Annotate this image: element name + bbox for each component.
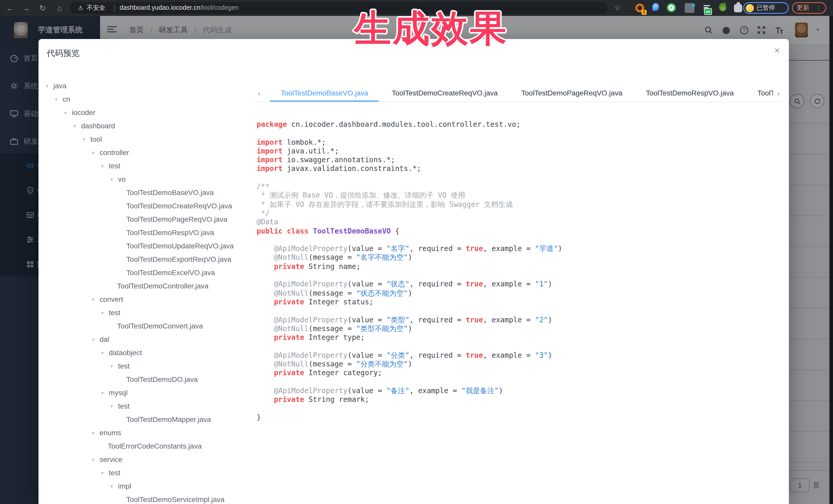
tree-node-folder[interactable]: ▾enums (46, 426, 253, 439)
tree-node-folder[interactable]: ▾test (46, 359, 253, 373)
tree-node-folder[interactable]: ▾java (46, 79, 253, 92)
code-line (257, 404, 562, 413)
extensions-puzzle-icon[interactable] (734, 4, 742, 12)
code-line: @NotNull(message = "分类不能为空") (257, 360, 562, 369)
insecure-label[interactable]: 不安全 (87, 2, 105, 14)
tree-node-file[interactable]: ToolTestDemoRespVO.java (46, 226, 253, 239)
code-line: private Integer status; (257, 298, 562, 307)
extension-orange-icon[interactable]: 1 (636, 4, 644, 12)
caret-down-icon[interactable]: ▾ (110, 483, 118, 489)
caret-down-icon[interactable]: ▾ (110, 176, 118, 182)
tree-node-folder[interactable]: ▾test (46, 306, 253, 319)
extension-green-icon[interactable]: ✓ (667, 3, 676, 12)
caret-down-icon[interactable]: ▾ (92, 150, 100, 155)
tree-node-label: test (109, 469, 120, 477)
close-icon[interactable]: × (771, 45, 783, 56)
diamond-icon: ◆ (692, 2, 695, 8)
extension-pin-icon[interactable] (652, 3, 659, 11)
code-viewer: package cn.iocoder.dashboard.modules.too… (257, 120, 562, 422)
caret-down-icon[interactable]: ▾ (92, 336, 100, 342)
tree-node-folder[interactable]: ▾service (46, 453, 253, 466)
tree-node-folder[interactable]: ▾convert (46, 292, 253, 306)
update-button[interactable]: 更新 ⋮ (792, 2, 826, 14)
tabs-next-icon[interactable]: › (774, 84, 783, 102)
forward-icon[interactable]: → (21, 0, 32, 16)
tree-node-folder[interactable]: ▾tool (46, 133, 253, 146)
tree-node-label: dal (100, 335, 109, 343)
tree-node-label: ToolTestDemoPageReqVO.java (126, 215, 228, 223)
tree-node-file[interactable]: ToolErrorCodeConstants.java (46, 439, 253, 453)
tree-node-file[interactable]: ToolTestDemoExportReqVO.java (46, 253, 253, 266)
caret-down-icon[interactable]: ▾ (82, 136, 90, 142)
tree-node-folder[interactable]: ▾dal (46, 333, 253, 346)
extension-plant-icon[interactable] (718, 3, 727, 12)
code-line: private String name; (257, 262, 562, 271)
address-bar[interactable]: ⚠ 不安全 dashboard.yudao.iocoder.cn/tool/co… (70, 2, 608, 14)
bookmark-star-icon[interactable]: ☆ (614, 0, 621, 16)
caret-down-icon[interactable]: ▾ (64, 110, 72, 115)
tree-node-file[interactable]: ToolTestDemoMapper.java (46, 413, 253, 426)
caret-down-icon[interactable]: ▾ (101, 310, 109, 315)
tree-node-file[interactable]: ToolTestDemoServiceImpl.java (46, 493, 253, 504)
tab-file-1[interactable]: ToolTestDemoCreateReqVO.java (380, 84, 509, 102)
tab-file-4[interactable]: ToolTe (745, 84, 773, 102)
home-icon[interactable]: ⌂ (54, 0, 65, 16)
tree-node-file[interactable]: ToolTestDemoUpdateReqVO.java (46, 239, 253, 253)
caret-down-icon[interactable]: ▾ (92, 430, 100, 435)
tree-node-folder[interactable]: ▾mysql (46, 386, 253, 399)
extension-list-icon[interactable]: on (702, 3, 712, 13)
tree-node-folder[interactable]: ▾dashboard (46, 119, 253, 133)
address-divider (114, 5, 115, 11)
url-path: /tool/codegen (200, 4, 239, 11)
tree-node-folder[interactable]: ▾impl (46, 479, 253, 493)
caret-down-icon[interactable]: ▾ (46, 83, 53, 89)
tree-node-file[interactable]: ToolTestDemoExcelVO.java (46, 266, 253, 279)
tree-node-file[interactable]: ToolTestDemoCreateReqVO.java (46, 199, 253, 213)
code-line: @ApiModelProperty(value = "分类", required… (257, 351, 562, 360)
code-preview-dialog: 代码预览 × ▾java▾cn▾iocoder▾dashboard▾tool▾c… (39, 39, 789, 504)
tab-file-2[interactable]: ToolTestDemoPageReqVO.java (509, 84, 634, 102)
extension-badge: 1 (642, 10, 647, 15)
kebab-menu-icon[interactable]: ⋮ (815, 4, 822, 11)
reload-icon[interactable]: ↻ (37, 0, 48, 16)
caret-down-icon[interactable]: ▾ (73, 123, 81, 128)
tree-node-file[interactable]: ToolTestDemoBaseVO.java (46, 186, 253, 199)
caret-down-icon[interactable]: ▾ (101, 350, 109, 355)
caret-down-icon[interactable]: ▾ (92, 457, 100, 462)
code-line: public class ToolTestDemoBaseVO { (257, 226, 562, 236)
back-icon[interactable]: ← (4, 0, 16, 16)
tab-file-3[interactable]: ToolTestDemoRespVO.java (634, 84, 745, 102)
tree-node-file[interactable]: ToolTestDemoConvert.java (46, 319, 253, 333)
code-line: @ApiModelProperty(value = "状态", required… (257, 280, 562, 289)
code-line: @ApiModelProperty(value = "名字", required… (257, 244, 562, 253)
tree-node-label: ToolTestDemoExcelVO.java (126, 268, 215, 277)
tree-node-folder[interactable]: ▾test (46, 159, 253, 172)
tree-node-label: ToolTestDemoCreateReqVO.java (126, 202, 232, 210)
tree-node-folder[interactable]: ▾controller (46, 146, 253, 159)
caret-down-icon[interactable]: ▾ (110, 363, 118, 369)
tree-node-folder[interactable]: ▾dataobject (46, 346, 253, 359)
tree-node-file[interactable]: ToolTestDemoController.java (46, 279, 253, 292)
tree-node-folder[interactable]: ▾vo (46, 172, 253, 186)
caret-down-icon[interactable]: ▾ (101, 390, 109, 395)
tab-file-0[interactable]: ToolTestDemoBaseVO.java (269, 84, 380, 102)
code-line: @NotNull(message = "名字不能为空") (257, 253, 562, 262)
caret-down-icon[interactable]: ▾ (110, 403, 118, 409)
code-line: @NotNull(message = "状态不能为空") (257, 289, 562, 298)
extension-grid-icon[interactable]: ◆ (685, 3, 694, 13)
code-line (257, 236, 562, 244)
tree-node-label: ToolTestDemoMapper.java (126, 415, 211, 424)
tree-node-folder[interactable]: ▾iocoder (46, 106, 253, 119)
caret-down-icon[interactable]: ▾ (55, 96, 63, 102)
tree-node-folder[interactable]: ▾test (46, 466, 253, 479)
caret-down-icon[interactable]: ▾ (101, 163, 109, 169)
profile-paused-chip[interactable]: 已暂停 (743, 2, 789, 14)
caret-down-icon[interactable]: ▾ (92, 296, 100, 302)
caret-down-icon[interactable]: ▾ (101, 470, 109, 476)
tree-node-file[interactable]: ToolTestDemoDO.java (46, 373, 253, 386)
tabs-prev-icon[interactable]: ‹ (255, 84, 264, 102)
tree-node-folder[interactable]: ▾cn (46, 92, 253, 106)
tree-node-label: ToolTestDemoController.java (117, 282, 208, 290)
tree-node-file[interactable]: ToolTestDemoPageReqVO.java (46, 213, 253, 226)
tree-node-folder[interactable]: ▾test (46, 399, 253, 413)
